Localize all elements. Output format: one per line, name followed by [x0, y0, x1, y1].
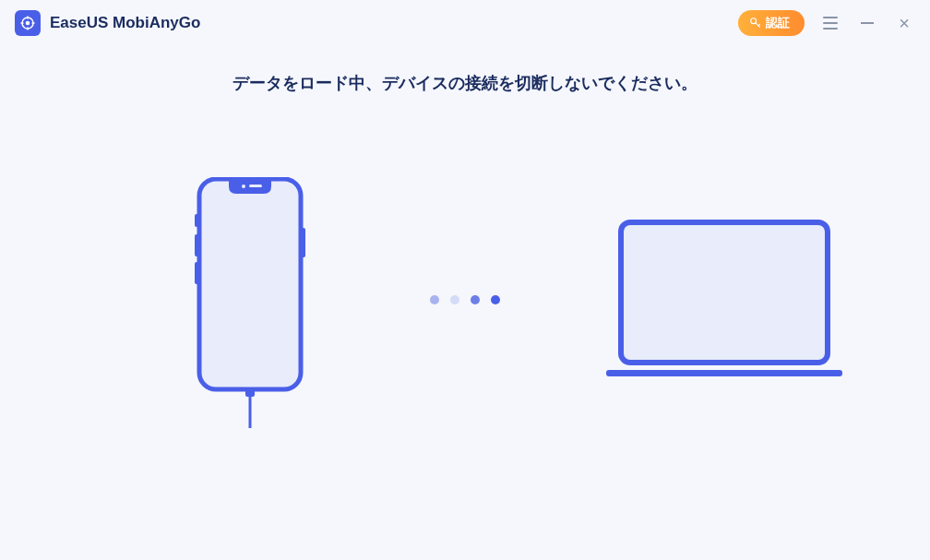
titlebar: EaseUS MobiAnyGo 認証 × — [0, 0, 930, 46]
svg-rect-13 — [195, 234, 199, 256]
key-icon — [749, 17, 762, 30]
svg-rect-16 — [245, 389, 255, 397]
status-message: データをロード中、デバイスの接続を切断しないでください。 — [0, 72, 930, 94]
close-icon: × — [899, 14, 910, 32]
auth-button-label: 認証 — [766, 15, 790, 31]
loading-dot — [450, 295, 459, 304]
loading-dots — [430, 295, 500, 304]
svg-point-10 — [242, 185, 245, 188]
loading-dot — [471, 295, 480, 304]
menu-button[interactable] — [819, 12, 841, 34]
loading-dot — [491, 295, 500, 304]
minimize-icon — [861, 22, 874, 24]
main-content: データをロード中、デバイスの接続を切断しないでください。 — [0, 46, 930, 177]
svg-rect-19 — [606, 370, 842, 376]
svg-point-1 — [26, 21, 30, 26]
minimize-button[interactable] — [856, 12, 878, 34]
loading-dot — [430, 295, 439, 304]
close-button[interactable]: × — [893, 12, 915, 34]
svg-rect-14 — [195, 262, 199, 284]
phone-device-icon — [194, 177, 314, 435]
svg-line-8 — [758, 24, 760, 26]
logo-section: EaseUS MobiAnyGo — [15, 10, 200, 36]
app-title: EaseUS MobiAnyGo — [50, 14, 200, 32]
auth-button[interactable]: 認証 — [738, 10, 805, 36]
laptop-device-icon — [604, 219, 844, 388]
svg-rect-9 — [199, 179, 301, 389]
svg-rect-15 — [301, 228, 305, 257]
svg-rect-12 — [195, 214, 199, 227]
app-logo-icon — [15, 10, 41, 36]
titlebar-controls: 認証 × — [738, 10, 915, 36]
hamburger-icon — [823, 17, 838, 30]
svg-rect-18 — [621, 222, 828, 363]
svg-rect-11 — [249, 185, 262, 187]
